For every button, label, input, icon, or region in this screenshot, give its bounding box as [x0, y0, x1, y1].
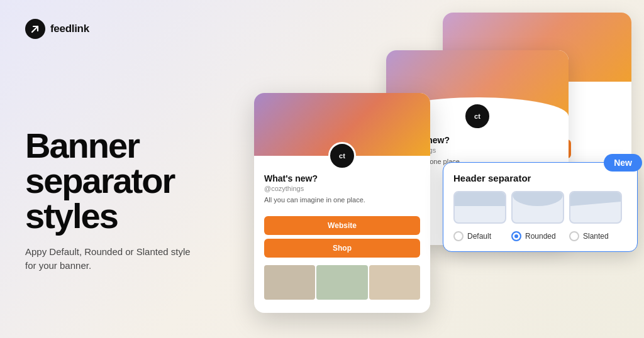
card-front-desc: All you can imagine in one place.	[264, 196, 420, 204]
photo-thumb-2	[316, 265, 367, 300]
arrow-icon	[30, 23, 41, 35]
preview-banner-default	[455, 192, 505, 206]
card-front-btn-row: Website Shop	[254, 211, 430, 263]
radio-default-label: Default	[467, 232, 491, 241]
photo-grid	[254, 263, 430, 302]
headline-line2: separator	[25, 163, 239, 199]
preview-banner-slanted	[570, 191, 621, 206]
separator-panel: New Header separator Default Rounded	[443, 162, 638, 252]
card-front-shop-btn[interactable]: Shop	[264, 239, 420, 258]
logo-text: feedlink	[50, 23, 89, 35]
style-preview-rounded[interactable]	[511, 191, 564, 224]
radio-rounded[interactable]	[511, 231, 521, 241]
card-front-handle: @cozythings	[264, 185, 420, 192]
radio-item-default[interactable]: Default	[453, 231, 511, 241]
radio-rounded-label: Rounded	[525, 232, 556, 241]
card-front-avatar: ct	[328, 142, 356, 170]
left-panel: feedlink Banner separator styles Appy De…	[25, 0, 239, 338]
right-panel: ct What's new? @cozythings n imagine in …	[254, 0, 644, 338]
card-front-website-btn[interactable]: Website	[264, 216, 420, 235]
headline-line1: Banner	[25, 128, 239, 163]
card-mid-avatar: ct	[464, 102, 491, 130]
radio-row: Default Rounded Slanted	[453, 231, 627, 241]
separator-title: Header separator	[453, 173, 627, 183]
radio-item-slanted[interactable]: Slanted	[569, 231, 627, 241]
new-badge: New	[604, 154, 642, 172]
style-preview-slanted[interactable]	[569, 191, 622, 224]
photo-thumb-3	[369, 265, 420, 300]
photo-thumb-1	[264, 265, 315, 300]
subtext: Appy Default, Rounded or Slanted style f…	[25, 245, 201, 273]
logo-row: feedlink	[25, 19, 89, 39]
card-front: ct What's new? @cozythings All you can i…	[254, 93, 430, 313]
logo-icon	[25, 19, 45, 39]
radio-slanted[interactable]	[569, 231, 579, 241]
card-front-banner: ct	[254, 93, 430, 156]
headline-line3: styles	[25, 199, 239, 234]
headline: Banner separator styles	[25, 128, 239, 234]
radio-default[interactable]	[453, 231, 464, 241]
radio-slanted-label: Slanted	[583, 232, 609, 241]
card-front-title: What's new?	[264, 173, 420, 183]
style-preview-default[interactable]	[453, 191, 506, 224]
radio-item-rounded[interactable]: Rounded	[511, 231, 569, 241]
preview-banner-rounded	[513, 192, 563, 206]
style-options	[453, 191, 627, 224]
